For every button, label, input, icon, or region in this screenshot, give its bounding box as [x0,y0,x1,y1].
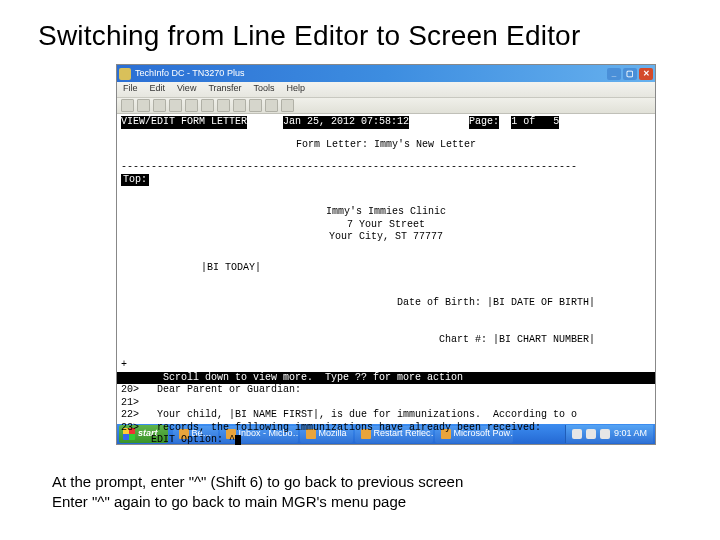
menubar: File Edit View Transfer Tools Help [117,82,655,98]
clinic-city: Your City, ST 77777 [121,231,651,244]
caption-line-1: At the prompt, enter "^" (Shift 6) to go… [52,472,463,492]
toolbar-icon[interactable] [153,99,166,112]
terminal-body: VIEW/EDIT FORM LETTER Jan 25, 2012 07:58… [117,114,655,424]
app-icon [119,68,131,80]
top-label: Top: [121,174,149,187]
dob-field: |BI DATE OF BIRTH| [487,297,595,308]
caption-line-2: Enter "^" again to go back to main MGR's… [52,492,463,512]
toolbar-icon[interactable] [249,99,262,112]
screen-header-left: VIEW/EDIT FORM LETTER [121,116,247,129]
form-letter-label: Form Letter: Immy's New Letter [121,139,651,152]
maximize-button[interactable]: ▢ [623,68,637,80]
spacer [247,116,283,129]
plus-marker: + [121,359,651,372]
toolbar-icon[interactable] [121,99,134,112]
menu-file[interactable]: File [123,83,138,96]
spacer [409,116,469,129]
window-titlebar: TechInfo DC - TN3270 Plus _ ▢ ✕ [117,65,655,82]
chart-label: Chart #: [439,334,487,345]
menu-edit[interactable]: Edit [150,83,166,96]
scroll-hint-row: Scroll down to view more. Type ?? for mo… [117,372,655,385]
page-label: Page: [469,116,499,129]
divider-line: ----------------------------------------… [121,161,651,174]
dob-label: Date of Birth: [397,297,481,308]
toolbar-icon[interactable] [169,99,182,112]
minimize-button[interactable]: _ [607,68,621,80]
screen-header-date: Jan 25, 2012 07:58:12 [283,116,409,129]
cursor-icon [235,435,241,445]
menu-view[interactable]: View [177,83,196,96]
toolbar-icon[interactable] [217,99,230,112]
editor-line-22: 22> Your child, |BI NAME FIRST|, is due … [121,409,651,422]
menu-tools[interactable]: Tools [254,83,275,96]
page-value: 1 of 5 [511,116,559,129]
window-title: TechInfo DC - TN3270 Plus [135,68,605,79]
toolbar-icon[interactable] [185,99,198,112]
close-button[interactable]: ✕ [639,68,653,80]
menu-help[interactable]: Help [287,83,306,96]
chart-field: |BI CHART NUMBER| [493,334,595,345]
toolbar-icon[interactable] [265,99,278,112]
slide-title: Switching from Line Editor to Screen Edi… [0,0,720,64]
editor-line-20: 20> Dear Parent or Guardian: [121,384,651,397]
toolbar-icon[interactable] [281,99,294,112]
slide-caption: At the prompt, enter "^" (Shift 6) to go… [52,472,463,513]
clinic-name: Immy's Immies Clinic [121,206,651,219]
toolbar-icon[interactable] [233,99,246,112]
toolbar-icon[interactable] [201,99,214,112]
editor-line-21: 21> [121,397,651,410]
toolbar [117,98,655,114]
toolbar-icon[interactable] [137,99,150,112]
edit-option-row[interactable]: EDIT Option: ^ [121,434,651,447]
menu-transfer[interactable]: Transfer [208,83,241,96]
spacer [499,116,511,129]
clinic-street: 7 Your Street [121,219,651,232]
today-field: |BI TODAY| [121,262,651,275]
terminal-window: TechInfo DC - TN3270 Plus _ ▢ ✕ File Edi… [116,64,656,445]
edit-option-label: EDIT Option: [151,434,229,445]
editor-line-23: 23> records, the following immunizations… [121,422,651,435]
